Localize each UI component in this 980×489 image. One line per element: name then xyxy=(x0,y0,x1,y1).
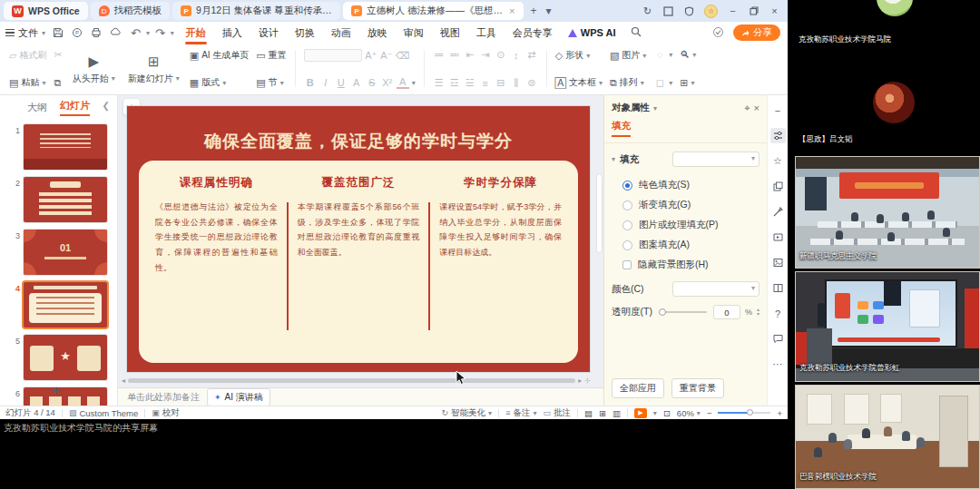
scroll-left-icon[interactable]: ◂ xyxy=(122,377,125,385)
close-tab-icon[interactable]: × xyxy=(509,5,514,16)
text-direction-icon[interactable]: ⊙ xyxy=(495,49,507,61)
proofing-button[interactable]: ▣校对 xyxy=(152,407,180,419)
scroll-right-icon[interactable]: ▸ xyxy=(578,377,582,385)
comment-icon[interactable] xyxy=(770,331,786,347)
italic-button[interactable]: I xyxy=(319,77,332,88)
section-collapse-icon[interactable]: ▾ xyxy=(612,155,615,163)
normal-view-button[interactable]: ▤ xyxy=(584,408,593,418)
paste-button[interactable]: ▤粘贴▾ xyxy=(9,76,46,89)
slide-thumbnail-5[interactable]: 5 ★ xyxy=(9,335,112,380)
slide-sorter-view-button[interactable]: ⊞ xyxy=(599,408,606,418)
distribute-icon[interactable]: ⊟ xyxy=(495,77,507,89)
restore-button[interactable] xyxy=(748,5,760,17)
new-slide-button[interactable]: ⊞ 新建幻灯片▾ xyxy=(122,47,186,91)
transparency-slider[interactable] xyxy=(659,311,707,313)
zoom-level[interactable]: 60%▾ xyxy=(677,408,701,418)
slide-content-card[interactable]: 课程属性明确 《思想道德与法治》被定位为全院各专业公共必修课，确保全体学生接受统… xyxy=(139,161,578,363)
layout-button[interactable]: ▦版式▾ xyxy=(190,76,250,89)
split-view-icon[interactable]: ⊹ xyxy=(584,377,591,385)
close-panel-icon[interactable]: × xyxy=(754,103,760,113)
tab-wps-home[interactable]: W WPS Office xyxy=(4,2,88,20)
comments-button[interactable]: ▭批注 xyxy=(543,407,571,419)
reset-background-button[interactable]: 重置背景 xyxy=(671,378,724,398)
align-left-icon[interactable]: ☰ xyxy=(433,77,446,89)
thumbnail-preview[interactable]: ★ xyxy=(24,335,107,380)
textbox-button[interactable]: 🄰文本框▾ xyxy=(555,76,603,89)
reset-button[interactable]: ▭重置 xyxy=(256,49,286,62)
tab-wps-ai[interactable]: WPS AI xyxy=(568,27,616,38)
smart-beautify-button[interactable]: ↻智能美化▾ xyxy=(442,407,493,419)
thumbnail-preview[interactable] xyxy=(24,282,107,328)
font-name-select[interactable] xyxy=(304,49,362,62)
participant-video-4[interactable]: 克孜勒苏职业技术学院曾彩虹 xyxy=(795,271,980,382)
tab-slides[interactable]: 幻灯片 xyxy=(60,99,90,116)
fill-tab[interactable]: 填充 xyxy=(612,120,631,137)
more-icon[interactable]: ⋯ xyxy=(770,357,786,372)
selection-pane-icon[interactable] xyxy=(770,179,786,194)
shapes-button[interactable]: ◇形状▾ xyxy=(555,49,603,62)
theme-button[interactable]: ▧Custom Theme xyxy=(69,408,138,418)
collapse-rail-icon[interactable]: − xyxy=(770,103,786,118)
fill-preset-select[interactable] xyxy=(672,152,760,167)
chevron-down-icon[interactable]: ▾ xyxy=(653,409,657,417)
align-center-icon[interactable]: ☲ xyxy=(448,77,461,89)
member-coin-icon[interactable]: ☆ xyxy=(704,5,718,18)
strikethrough-button[interactable]: S xyxy=(366,77,378,88)
increase-font-icon[interactable]: A⁺ xyxy=(365,50,377,62)
tab-outline[interactable]: 大纲 xyxy=(27,101,47,114)
line-spacing-icon[interactable]: ↕ xyxy=(510,50,523,61)
collapse-panel-icon[interactable]: ❮ xyxy=(103,101,110,111)
tab-document-1[interactable]: P 9月12日 集体备课 尊重和传承中华... xyxy=(172,2,340,20)
slide-thumbnail-3[interactable]: 3 01 xyxy=(9,230,112,275)
slide-thumbnail-2[interactable]: 2 xyxy=(9,177,112,222)
panel-resize-handle[interactable] xyxy=(596,173,603,253)
format-painter-button[interactable]: ▱格式刷 xyxy=(9,49,46,62)
tab-transition[interactable]: 切换 xyxy=(294,24,316,43)
font-color-button[interactable]: A xyxy=(397,76,409,89)
superscript-button[interactable]: X² xyxy=(381,77,394,88)
thumbnail-preview[interactable]: 01 xyxy=(24,230,107,275)
refresh-icon[interactable]: ↻ xyxy=(642,5,653,17)
notes-bar[interactable]: 单击此处添加备注 ✦ AI 演讲稿 xyxy=(118,387,603,406)
share-button[interactable]: 分享 xyxy=(733,24,780,41)
more-tools-button[interactable]: ⊞▾ xyxy=(680,77,696,89)
play-from-start-button[interactable]: ▶ 从头开始▾ xyxy=(66,47,122,91)
transparency-value[interactable]: 0 xyxy=(713,305,740,319)
image-tools-icon[interactable] xyxy=(770,255,786,270)
zoom-out-button[interactable]: − xyxy=(707,408,712,418)
slide-canvas[interactable]: 确保全面覆盖，保证足够的学时与学分 课程属性明确 《思想道德与法治》被定位为全院… xyxy=(127,106,590,372)
reading-layout-icon[interactable] xyxy=(770,280,786,296)
vertical-align-icon[interactable]: ⊜ xyxy=(525,77,538,89)
close-window-button[interactable]: × xyxy=(769,5,780,17)
option-solid-fill[interactable]: 纯色填充(S) xyxy=(604,175,767,195)
save-icon[interactable] xyxy=(53,27,64,38)
fill-tool-icon[interactable]: ◌ xyxy=(653,49,666,60)
slide-thumbnail-1[interactable]: 1 xyxy=(9,124,112,170)
arrange-button[interactable]: ⧉排列▾ xyxy=(610,76,646,89)
tab-tools[interactable]: 工具 xyxy=(475,24,497,43)
thumbnail-preview[interactable] xyxy=(24,124,107,170)
option-hide-background[interactable]: 隐藏背景图形(H) xyxy=(604,255,767,275)
copy-button[interactable]: ⧉ xyxy=(54,77,62,89)
bullet-list-icon[interactable]: ≔ xyxy=(433,49,446,61)
tab-insert[interactable]: 插入 xyxy=(221,24,243,43)
zoom-in-button[interactable]: + xyxy=(777,408,782,418)
fit-slide-button[interactable]: ⊡ xyxy=(663,408,671,418)
pin-icon[interactable]: ⌖ xyxy=(744,103,750,114)
print-icon[interactable] xyxy=(91,27,102,38)
tab-review[interactable]: 审阅 xyxy=(403,24,425,43)
chevron-down-icon[interactable]: ▾ xyxy=(653,104,657,112)
slideshow-play-button[interactable]: ▶ xyxy=(634,408,647,418)
tab-animation[interactable]: 动画 xyxy=(330,24,352,43)
ai-generate-page-button[interactable]: ▣AI 生成单页 xyxy=(190,49,250,62)
participant-video-1[interactable]: 克孜勒苏职业技术学院马院 xyxy=(795,0,980,49)
stepper-icon[interactable]: ▴▾ xyxy=(757,308,760,317)
columns-icon[interactable]: ⫼ xyxy=(510,77,523,89)
decrease-indent-icon[interactable]: ⇤ xyxy=(464,49,476,61)
picture-button[interactable]: ▧图片▾ xyxy=(610,49,646,62)
slide-title[interactable]: 确保全面覆盖，保证足够的学时与学分 xyxy=(127,130,590,153)
find-button[interactable]: 🔍︎▾ xyxy=(680,49,696,60)
outline-tool-icon[interactable]: ◻ xyxy=(653,77,666,89)
tab-home[interactable]: 开始 xyxy=(185,24,207,43)
shield-icon[interactable] xyxy=(683,5,695,17)
